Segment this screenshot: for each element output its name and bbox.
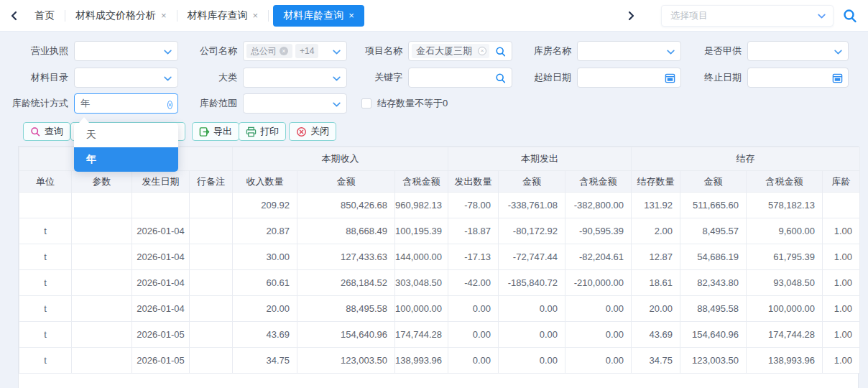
table-cell: 303,048.50 [395,270,448,296]
column-header: 金额 [680,171,747,193]
table-cell: 2026-01-04 [132,270,190,296]
tab-material-stock-query[interactable]: 材料库存查询 × [177,5,269,27]
table-cell: 131.92 [632,193,680,218]
chevron-down-icon[interactable] [817,11,826,23]
company-name-select[interactable]: 总公司 × +14 [243,41,347,61]
table-row[interactable]: t2026-01-0420.8788,668.49100,195.39-18.8… [19,218,860,244]
project-name-input[interactable]: 金石大厦三期 × [408,41,512,61]
table-cell: 2026-01-05 [132,322,190,348]
chevron-down-icon[interactable] [332,47,341,59]
query-button[interactable]: 查询 [23,122,70,141]
field-label: 材料目录 [6,71,68,84]
clear-icon[interactable]: × [478,47,486,55]
table-cell: 0.00 [448,296,499,322]
tab-home[interactable]: 首页 [24,5,65,27]
business-license-select[interactable] [74,41,178,61]
close-button[interactable]: 关闭 [289,122,336,141]
age-range-select[interactable] [243,93,347,114]
tab-material-price-analysis[interactable]: 材料成交价格分析 × [65,5,177,27]
chevron-down-icon[interactable] [666,47,675,59]
tag-close-icon[interactable]: × [280,47,288,55]
tab-label: 材料成交价格分析 [75,9,156,22]
field-business-license: 营业执照 [6,41,178,61]
chevron-down-icon[interactable] [332,100,341,111]
table-cell: 43.69 [632,322,680,348]
table-cell: 154,640.96 [297,322,395,348]
chevron-down-icon[interactable] [332,74,341,86]
table-cell: -382,800.00 [565,193,632,218]
table-cell: 2026-01-05 [132,348,190,374]
table-cell [190,218,233,244]
chip-label: 金石大厦三期 [416,45,472,57]
project-name-chip: 金石大厦三期 × [412,44,489,58]
column-header: 库龄 [823,171,860,193]
table-cell: -210,000.00 [565,270,632,296]
search-icon[interactable] [495,73,507,86]
table-row[interactable]: t2026-01-0420.0088,495.58100,000.000.000… [19,296,860,322]
chevron-down-icon[interactable] [163,74,172,86]
search-icon[interactable] [495,46,507,60]
chevron-down-icon[interactable] [163,47,172,59]
tag-label: +14 [300,46,314,56]
table-row[interactable]: t2026-01-0543.69154,640.96174,744.280.00… [19,322,860,348]
tabs-scroll-right-icon[interactable] [621,6,641,26]
table-row[interactable]: t2026-01-0534.75123,003.50138,993.960.00… [19,348,860,374]
tab-bar: 首页 材料成交价格分析 × 材料库存查询 × 材料库龄查询 × 选择项目 [0,0,868,32]
table-cell [72,270,132,296]
calendar-icon[interactable] [832,73,843,86]
table-row[interactable]: t2026-01-0430.00127,433.63144,000.00-17.… [19,244,860,270]
table-cell: 174,744.28 [747,322,823,348]
table-cell: 0.00 [565,296,632,322]
field-company-name: 公司名称 总公司 × +14 [176,41,347,61]
table-cell: 34.75 [233,348,297,374]
major-category-select[interactable] [243,68,347,88]
age-data-table: 本期收入本期发出结存 单位参数发生日期行备注收入数量金额含税金额发出数量金额含税… [19,147,860,374]
balance-nonzero-checkbox[interactable] [361,98,371,108]
table-cell: 138,993.96 [395,348,448,374]
field-label: 终止日期 [680,71,742,84]
table-cell: 18.61 [632,270,680,296]
table-cell: 8,495.57 [680,218,747,244]
dropdown-option-day[interactable]: 天 [74,123,178,147]
end-date-input[interactable] [747,68,849,88]
dropdown-caret [79,117,89,123]
print-button[interactable]: 打印 [239,122,286,141]
field-label: 起始日期 [510,71,571,84]
tabs-scroll-left-icon[interactable] [4,6,24,26]
table-cell: 144,000.00 [395,244,448,270]
column-header: 金额 [499,171,565,193]
table-cell: 0.00 [499,322,565,348]
column-header: 单位 [19,171,72,193]
table-row[interactable]: 209.92850,426.68960,982.13-78.00-338,761… [19,193,860,218]
project-select-input[interactable]: 选择项目 [661,5,834,27]
dropdown-option-year[interactable]: 年 [74,147,178,172]
age-stat-method-select[interactable]: 年 × [74,93,178,114]
tab-close-icon[interactable]: × [348,11,354,20]
field-label: 营业执照 [6,45,68,57]
table-cell: 1.00 [823,218,860,244]
owner-supplied-select[interactable] [747,41,849,61]
table-row[interactable]: t2026-01-0460.61268,184.52303,048.50-42.… [19,270,860,296]
start-date-input[interactable] [577,68,681,88]
table-cell: 850,426.68 [297,193,395,218]
table-cell: 960,982.13 [395,193,448,218]
tab-close-icon[interactable]: × [253,11,259,20]
checkbox-label: 结存数量不等于0 [377,97,448,110]
field-material-catalog: 材料目录 [6,68,178,88]
clear-icon[interactable]: × [167,98,172,110]
tab-close-icon[interactable]: × [161,11,167,20]
export-button[interactable]: 导出 [192,122,239,141]
chevron-down-icon[interactable] [834,47,843,59]
table-cell [72,193,132,218]
table-cell [190,193,233,218]
search-icon[interactable] [838,4,862,28]
column-header: 收入数量 [233,171,297,193]
table-cell: 88,668.49 [297,218,395,244]
table-cell: 2.00 [632,218,680,244]
calendar-icon[interactable] [665,73,675,86]
material-catalog-select[interactable] [74,68,178,88]
table-cell [72,244,132,270]
tab-material-age-query-active[interactable]: 材料库龄查询 × [273,5,364,27]
keyword-input[interactable] [408,68,512,88]
warehouse-name-select[interactable] [577,41,681,61]
